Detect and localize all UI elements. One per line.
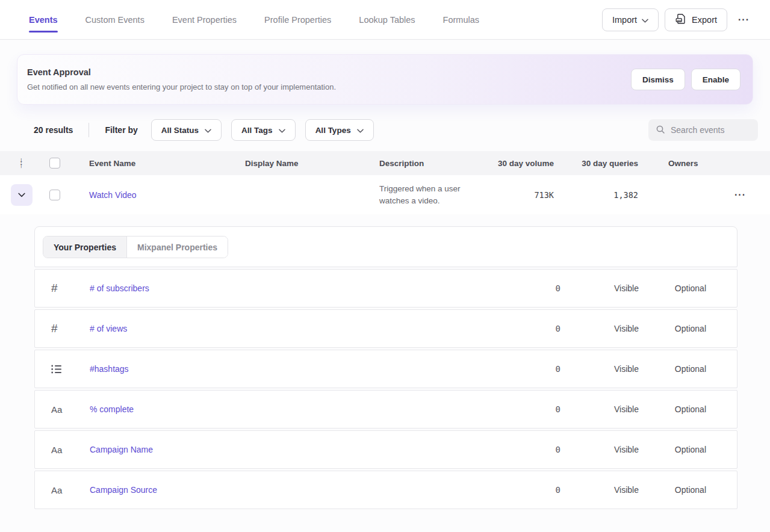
tab-events[interactable]: Events	[29, 0, 58, 39]
col-display-name: Display Name	[245, 159, 379, 168]
all-tags-dropdown[interactable]: All Tags	[231, 119, 296, 141]
all-types-dropdown[interactable]: All Types	[305, 119, 374, 141]
dismiss-button[interactable]: Dismiss	[631, 69, 685, 90]
results-count: 20 results	[34, 125, 73, 135]
col-30-day-queries: 30 day queries	[560, 159, 644, 168]
list-icon	[35, 365, 90, 374]
all-tags-label: All Tags	[241, 126, 273, 135]
csv-file-icon: csv	[675, 13, 687, 26]
filter-by-label: Filter by	[105, 125, 137, 135]
select-all-checkbox[interactable]	[49, 158, 60, 169]
tab-lookup-tables[interactable]: Lookup Tables	[359, 0, 415, 39]
chevron-down-icon	[642, 15, 648, 25]
export-label: Export	[692, 15, 717, 25]
tab-mixpanel-properties[interactable]: Mixpanel Properties	[127, 237, 228, 258]
property-name-link[interactable]: # of subscribers	[90, 283, 494, 293]
all-status-label: All Status	[161, 126, 199, 135]
row-more-options-button[interactable]: ···	[730, 190, 751, 200]
properties-panel: Your Properties Mixpanel Properties # # …	[34, 226, 737, 509]
events-table-header: ↓↑ Event Name Display Name Description 3…	[0, 151, 770, 175]
tab-profile-properties[interactable]: Profile Properties	[264, 0, 331, 39]
property-row: #hashtags 0 Visible Optional	[34, 350, 737, 388]
event-30-day-volume: 713K	[494, 190, 560, 200]
property-query-count: 0	[494, 485, 560, 495]
property-row: Aa Campaign Name 0 Visible Optional	[34, 430, 737, 469]
col-event-name: Event Name	[89, 159, 245, 168]
property-requirement[interactable]: Optional	[645, 283, 711, 293]
hash-icon: #	[35, 322, 90, 335]
top-navigation: Events Custom Events Event Properties Pr…	[0, 0, 770, 40]
property-query-count: 0	[494, 364, 560, 374]
event-row-watch-video: Watch Video Triggered when a user watche…	[0, 175, 770, 214]
import-label: Import	[612, 15, 637, 25]
property-row: Aa % complete 0 Visible Optional	[34, 390, 737, 428]
event-description: Triggered when a user watches a video.	[379, 183, 480, 207]
property-name-link[interactable]: Campaign Name	[90, 445, 494, 454]
property-requirement[interactable]: Optional	[645, 404, 711, 414]
search-input[interactable]	[671, 125, 751, 135]
all-status-dropdown[interactable]: All Status	[151, 119, 222, 141]
collapse-all-icon[interactable]: ↓↑	[11, 158, 31, 169]
event-30-day-queries: 1,382	[560, 190, 644, 200]
property-requirement[interactable]: Optional	[645, 445, 711, 454]
property-query-count: 0	[494, 445, 560, 454]
enable-button[interactable]: Enable	[691, 69, 741, 90]
property-query-count: 0	[494, 404, 560, 414]
hash-icon: #	[35, 282, 90, 295]
property-visibility[interactable]: Visible	[560, 404, 645, 414]
text-icon: Aa	[35, 404, 90, 415]
tab-formulas[interactable]: Formulas	[443, 0, 479, 39]
nav-tabs: Events Custom Events Event Properties Pr…	[29, 0, 479, 39]
property-query-count: 0	[494, 283, 560, 293]
property-visibility[interactable]: Visible	[560, 324, 645, 333]
properties-tabs-card: Your Properties Mixpanel Properties	[34, 226, 737, 267]
tab-event-properties[interactable]: Event Properties	[172, 0, 237, 39]
event-name-link[interactable]: Watch Video	[89, 190, 137, 200]
property-visibility[interactable]: Visible	[560, 485, 645, 495]
property-visibility[interactable]: Visible	[560, 364, 645, 374]
chevron-down-icon	[357, 126, 364, 135]
chevron-down-icon	[279, 126, 285, 135]
property-visibility[interactable]: Visible	[560, 283, 645, 293]
col-owners: Owners	[644, 159, 710, 168]
event-approval-banner: Event Approval Get notified on all new e…	[17, 54, 753, 105]
chevron-down-icon	[205, 126, 211, 135]
collapse-row-button[interactable]	[11, 184, 33, 206]
property-row: Aa Campaign Source 0 Visible Optional	[34, 471, 737, 509]
property-visibility[interactable]: Visible	[560, 445, 645, 454]
property-name-link[interactable]: #hashtags	[90, 364, 494, 374]
svg-text:csv: csv	[677, 19, 682, 22]
property-row: # # of subscribers 0 Visible Optional	[34, 269, 737, 308]
tab-your-properties[interactable]: Your Properties	[43, 237, 127, 258]
all-types-label: All Types	[315, 126, 351, 135]
banner-title: Event Approval	[27, 66, 336, 79]
search-icon	[656, 125, 665, 136]
search-events-box[interactable]	[648, 119, 758, 141]
property-requirement[interactable]: Optional	[645, 485, 711, 495]
property-requirement[interactable]: Optional	[645, 324, 711, 333]
banner-description: Get notified on all new events entering …	[27, 81, 336, 93]
property-name-link[interactable]: # of views	[90, 324, 494, 333]
filter-toolbar: 20 results Filter by All Status All Tags…	[0, 119, 770, 141]
col-description: Description	[379, 159, 494, 168]
text-icon: Aa	[35, 485, 90, 495]
col-30-day-volume: 30 day volume	[494, 159, 560, 168]
tab-custom-events[interactable]: Custom Events	[85, 0, 144, 39]
more-options-button[interactable]: ···	[733, 14, 754, 25]
export-button[interactable]: csv Export	[665, 8, 727, 31]
property-name-link[interactable]: % complete	[90, 404, 494, 414]
property-row: # # of views 0 Visible Optional	[34, 309, 737, 348]
property-query-count: 0	[494, 324, 560, 333]
row-checkbox[interactable]	[49, 190, 60, 200]
text-icon: Aa	[35, 445, 90, 455]
chevron-down-icon	[18, 190, 25, 199]
divider	[88, 123, 89, 137]
import-button[interactable]: Import	[602, 8, 659, 31]
property-requirement[interactable]: Optional	[645, 364, 711, 374]
property-name-link[interactable]: Campaign Source	[90, 485, 494, 495]
